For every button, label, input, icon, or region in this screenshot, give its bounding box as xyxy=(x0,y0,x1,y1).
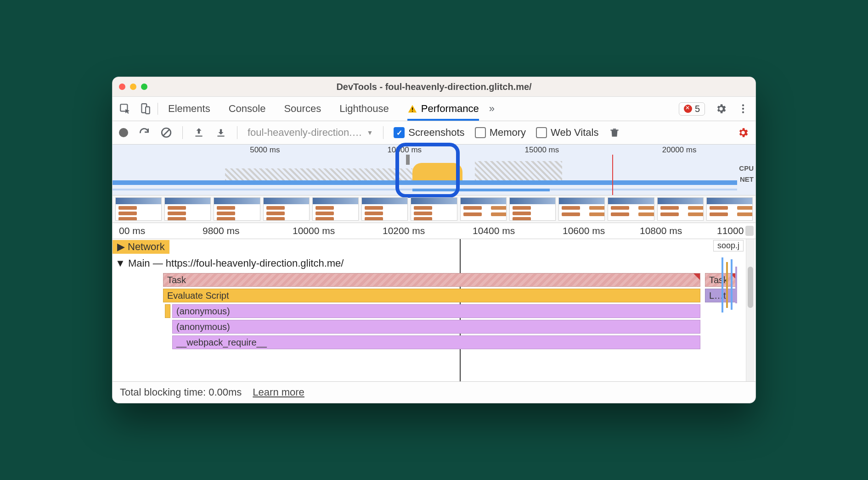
overview-selection-highlight xyxy=(395,143,460,198)
target-selector[interactable]: foul-heavenly-direction.… ▼ xyxy=(248,127,373,139)
filmstrip-frame[interactable] xyxy=(312,197,359,221)
tab-performance-label: Performance xyxy=(421,103,479,115)
performance-toolbar: foul-heavenly-direction.… ▼ Screenshots … xyxy=(113,121,755,145)
svg-rect-11 xyxy=(611,130,619,131)
svg-rect-3 xyxy=(412,107,413,110)
zoom-ruler[interactable]: 00 ms9800 ms10000 ms10200 ms10400 ms1060… xyxy=(113,223,755,239)
download-icon[interactable] xyxy=(215,127,227,139)
overview-tick: 15000 ms xyxy=(525,145,559,155)
zoom-tick: 10800 ms xyxy=(640,225,682,236)
ruler-scrollbar[interactable] xyxy=(745,226,754,236)
flame-right-markers xyxy=(717,239,744,381)
flame-segment-label: (anonymous) xyxy=(176,306,230,317)
inspect-element-icon[interactable] xyxy=(119,103,131,115)
error-icon xyxy=(684,105,692,113)
capture-settings-gear-icon[interactable] xyxy=(737,127,749,139)
filmstrip-frame[interactable] xyxy=(361,197,408,221)
filmstrip-frame[interactable] xyxy=(558,197,605,221)
device-toggle-icon[interactable] xyxy=(139,103,151,115)
dropdown-triangle-icon: ▼ xyxy=(366,129,373,136)
main-lane-label: Main — https://foul-heavenly-direction.g… xyxy=(128,257,344,269)
tab-sources[interactable]: Sources xyxy=(284,97,321,121)
filmstrip-frame[interactable] xyxy=(164,197,211,221)
trash-icon[interactable] xyxy=(609,127,620,139)
flame-evaluate-script[interactable]: Evaluate Script xyxy=(163,289,700,302)
warning-icon xyxy=(407,104,417,114)
expand-icon: ▶ xyxy=(117,241,125,253)
flame-task[interactable]: Task xyxy=(163,273,700,287)
devtools-window: DevTools - foul-heavenly-direction.glitc… xyxy=(112,77,756,403)
flame-anonymous[interactable]: (anonymous) xyxy=(172,320,700,334)
flame-chart[interactable]: ▶ Network soop.j ▼ Main — https://foul-h… xyxy=(113,239,755,381)
filmstrip-frame[interactable] xyxy=(608,197,654,221)
filmstrip-frame[interactable] xyxy=(214,197,260,221)
main-lane-header[interactable]: ▼ Main — https://foul-heavenly-direction… xyxy=(113,257,344,269)
flame-webpack-require[interactable]: __webpack_require__ xyxy=(172,335,700,349)
flame-task-label: Task xyxy=(167,275,186,285)
tab-elements[interactable]: Elements xyxy=(168,97,210,121)
flame-vertical-scrollbar[interactable] xyxy=(746,239,755,381)
filmstrip-frame[interactable] xyxy=(706,197,753,221)
titlebar: DevTools - foul-heavenly-direction.glitc… xyxy=(113,77,755,97)
zoom-tick: 9800 ms xyxy=(203,225,240,236)
upload-icon[interactable] xyxy=(193,127,205,139)
flame-anonymous[interactable]: (anonymous) xyxy=(172,304,700,318)
svg-rect-2 xyxy=(146,107,150,114)
web-vitals-label: Web Vitals xyxy=(551,127,598,139)
overview-tick: 20000 ms xyxy=(662,145,697,155)
flame-segment-label: Evaluate Script xyxy=(167,290,229,301)
status-bar: Total blocking time: 0.00ms Learn more xyxy=(113,381,755,403)
panel-tabs: Elements Console Sources Lighthouse Perf… xyxy=(168,97,479,121)
tab-lighthouse[interactable]: Lighthouse xyxy=(339,97,389,121)
timeline-overview[interactable]: 5000 ms10000 ms15000 ms20000 ms CPU NET xyxy=(113,145,755,195)
reload-icon[interactable] xyxy=(138,127,150,139)
target-selector-label: foul-heavenly-direction.… xyxy=(248,127,362,139)
flame-segment-label: (anonymous) xyxy=(176,322,230,332)
screenshots-checkbox[interactable]: Screenshots xyxy=(394,127,464,139)
window-title: DevTools - foul-heavenly-direction.glitc… xyxy=(113,82,755,92)
memory-checkbox[interactable]: Memory xyxy=(475,127,526,139)
svg-rect-10 xyxy=(217,136,224,137)
more-tabs-button[interactable]: » xyxy=(489,103,495,115)
memory-label: Memory xyxy=(490,127,526,139)
screenshots-label: Screenshots xyxy=(408,127,464,139)
total-blocking-time: Total blocking time: 0.00ms xyxy=(120,386,242,398)
screenshot-filmstrip[interactable] xyxy=(113,195,755,223)
overview-net-label: NET xyxy=(739,174,754,185)
zoom-tick: 10600 ms xyxy=(563,225,605,236)
clear-icon[interactable] xyxy=(160,127,172,139)
svg-rect-4 xyxy=(412,111,413,112)
svg-point-5 xyxy=(742,104,744,106)
svg-point-6 xyxy=(742,108,744,110)
network-lane-header[interactable]: ▶ Network xyxy=(113,240,169,254)
svg-rect-9 xyxy=(195,136,202,137)
zoom-tick: 10200 ms xyxy=(383,225,425,236)
flame-stub[interactable] xyxy=(165,304,170,318)
zoom-tick: 00 ms xyxy=(119,225,145,236)
tab-console[interactable]: Console xyxy=(229,97,266,121)
zoom-tick: 10000 ms xyxy=(293,225,335,236)
filmstrip-frame[interactable] xyxy=(263,197,310,221)
zoom-tick: 10400 ms xyxy=(473,225,515,236)
tab-performance[interactable]: Performance xyxy=(407,97,479,121)
overview-tick: 5000 ms xyxy=(250,145,280,155)
panel-tabs-row: Elements Console Sources Lighthouse Perf… xyxy=(113,97,755,121)
filmstrip-frame[interactable] xyxy=(509,197,556,221)
network-lane-label: Network xyxy=(128,241,165,253)
record-button[interactable] xyxy=(119,128,128,137)
learn-more-link[interactable]: Learn more xyxy=(253,386,304,398)
settings-gear-icon[interactable] xyxy=(715,103,727,115)
filmstrip-frame[interactable] xyxy=(460,197,507,221)
filmstrip-frame[interactable] xyxy=(657,197,704,221)
error-count-badge[interactable]: 5 xyxy=(679,102,705,116)
svg-point-7 xyxy=(742,111,744,113)
filmstrip-frame[interactable] xyxy=(115,197,162,221)
error-count: 5 xyxy=(695,104,700,114)
overview-cpu-label: CPU xyxy=(739,163,754,174)
flame-segment-label: __webpack_require__ xyxy=(176,337,267,348)
filmstrip-frame[interactable] xyxy=(411,197,457,221)
kebab-menu-icon[interactable] xyxy=(737,103,749,115)
web-vitals-checkbox[interactable]: Web Vitals xyxy=(536,127,598,139)
